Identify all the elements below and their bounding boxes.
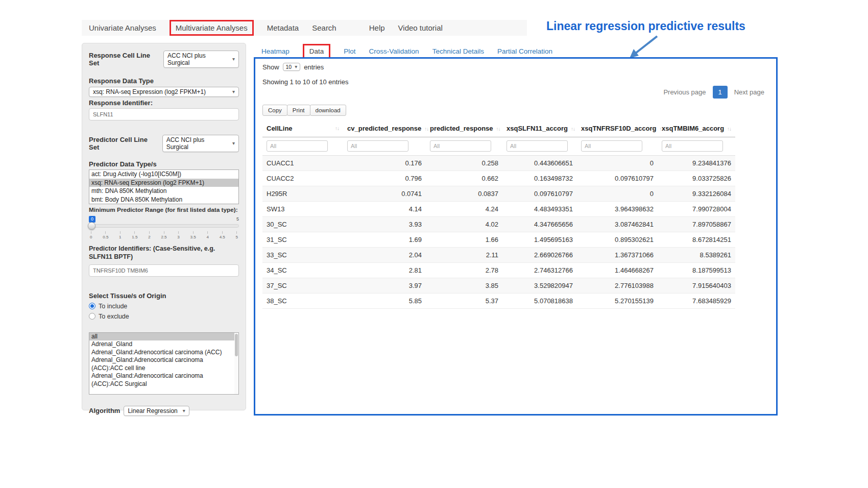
table-filter-row bbox=[262, 137, 735, 156]
column-header-label: predicted_response bbox=[430, 125, 493, 132]
algorithm-select[interactable]: Linear Regression ▾ bbox=[124, 406, 189, 416]
cell-line-value: 37_SC bbox=[262, 278, 343, 294]
column-header-label: cv_predicted_response bbox=[347, 125, 421, 132]
nav-item-univariate-analyses[interactable]: Univariate Analyses bbox=[89, 23, 156, 32]
tissue-list[interactable]: allAdrenal_GlandAdrenal_Gland:Adrenocort… bbox=[89, 332, 239, 395]
tissue-options: allAdrenal_GlandAdrenal_Gland:Adrenocort… bbox=[89, 333, 238, 388]
cell-value: 9.234841376 bbox=[658, 156, 735, 171]
sort-icon[interactable]: ↑↓ bbox=[335, 126, 339, 131]
min-range-slider[interactable]: 0 5 00.511.522.533.544.55 bbox=[89, 216, 239, 241]
select-value: xsq: RNA-seq Expression (log2 FPKM+1) bbox=[93, 88, 206, 95]
tab-data[interactable]: Data bbox=[303, 44, 331, 59]
select-value: ACC NCI plus Surgical bbox=[166, 136, 227, 151]
tab-technical-details[interactable]: Technical Details bbox=[432, 47, 484, 55]
predictor-data-type-list[interactable]: act: Drug Activity (-log10[IC50M])xsq: R… bbox=[89, 169, 239, 204]
show-entries-row: Show 10 ▾ entries bbox=[262, 63, 324, 71]
column-header-xsqtnfrsf10d-accorg[interactable]: xsqTNFRSF10D_accorg↑↓ bbox=[577, 120, 658, 137]
cell-value: 9.033725826 bbox=[658, 171, 735, 186]
predictor-data-type-option[interactable]: mth: DNA 850K Methylation bbox=[89, 187, 238, 196]
tissue-origin-label: Select Tissue/s of Origin bbox=[89, 292, 239, 300]
column-header-predicted-response[interactable]: predicted_response↑↓ bbox=[426, 120, 502, 137]
tick-label: 0.5 bbox=[103, 235, 108, 239]
export-button-download[interactable]: download bbox=[310, 105, 346, 116]
entries-label: entries bbox=[304, 63, 324, 71]
cell-value: 4.483493351 bbox=[502, 202, 577, 217]
slider-handle[interactable] bbox=[88, 222, 95, 230]
to-exclude-radio[interactable] bbox=[89, 313, 95, 320]
predictor-identifiers-label: Predictor Identifiers: (Case-Sensitive, … bbox=[89, 245, 239, 261]
cell-line-value: SW13 bbox=[262, 202, 343, 217]
column-header-label: xsqTMBIM6_accorg bbox=[662, 125, 724, 132]
next-page-button[interactable]: Next page bbox=[730, 85, 769, 99]
filter-input-xsqslfn11-accorg[interactable] bbox=[507, 140, 568, 152]
tissue-option[interactable]: Adrenal_Gland:Adrenocortical carcinoma (… bbox=[89, 372, 238, 388]
response-cell-line-set-select[interactable]: ACC NCI plus Surgical ▾ bbox=[163, 51, 239, 68]
tissue-option[interactable]: Adrenal_Gland:Adrenocortical carcinoma (… bbox=[89, 349, 238, 357]
nav-item-search[interactable]: Search bbox=[312, 23, 336, 32]
response-identifier-input[interactable] bbox=[89, 108, 239, 120]
nav-item-metadata[interactable]: Metadata bbox=[267, 23, 299, 32]
predictor-data-type-option[interactable]: xsq: RNA-seq Expression (log2 FPKM+1) bbox=[89, 179, 238, 187]
page-number-button[interactable]: 1 bbox=[713, 86, 728, 99]
filter-input-xsqtnfrsf10d-accorg[interactable] bbox=[581, 140, 642, 152]
to-exclude-label: To exclude bbox=[99, 313, 129, 320]
response-data-type-select[interactable]: xsq: RNA-seq Expression (log2 FPKM+1) ▾ bbox=[89, 87, 239, 97]
column-header-xsqtmbim6-accorg[interactable]: xsqTMBIM6_accorg↑↓ bbox=[658, 120, 735, 137]
select-value: ACC NCI plus Surgical bbox=[167, 52, 227, 66]
sort-icon[interactable]: ↑↓ bbox=[571, 126, 575, 132]
column-header-xsqslfn11-accorg[interactable]: xsqSLFN11_accorg↑↓ bbox=[502, 120, 577, 137]
cell-value: 8.5389261 bbox=[658, 248, 735, 263]
table-row: 30_SC3.934.024.3476656563.0874628417.897… bbox=[262, 217, 735, 232]
tissue-option[interactable]: Adrenal_Gland bbox=[89, 340, 238, 349]
predictor-data-type-option[interactable]: act: Drug Activity (-log10[IC50M]) bbox=[89, 170, 238, 179]
filter-cell bbox=[426, 137, 502, 156]
tick-mark bbox=[120, 231, 120, 234]
table-row: 33_SC2.042.112.6690267661.3673710668.538… bbox=[262, 248, 735, 263]
cell-line-value: 31_SC bbox=[262, 232, 343, 248]
chevron-down-icon: ▾ bbox=[295, 64, 297, 69]
sort-icon[interactable]: ↑↓ bbox=[496, 126, 500, 132]
sort-icon[interactable]: ↑↓ bbox=[727, 126, 731, 132]
filter-input-cellline[interactable] bbox=[267, 140, 328, 152]
select-value: Linear Regression bbox=[128, 407, 177, 414]
scrollbar-thumb[interactable] bbox=[235, 334, 238, 356]
slider-tick: 2 bbox=[148, 231, 150, 239]
cell-value: 0.0741 bbox=[343, 186, 426, 202]
cell-value: 5.270155139 bbox=[577, 294, 658, 309]
filter-input-cv-predicted-response[interactable] bbox=[347, 140, 408, 152]
entries-select[interactable]: 10 ▾ bbox=[283, 63, 301, 71]
predictor-cell-line-set-select[interactable]: ACC NCI plus Surgical ▾ bbox=[162, 135, 239, 152]
previous-page-button[interactable]: Previous page bbox=[659, 85, 710, 99]
predictor-identifiers-input[interactable] bbox=[89, 264, 239, 277]
nav-item-help[interactable]: Help bbox=[369, 23, 385, 32]
tab-heatmap[interactable]: Heatmap bbox=[261, 47, 290, 55]
tab-cross-validation[interactable]: Cross-Validation bbox=[369, 47, 419, 55]
cell-value: 7.990728004 bbox=[658, 202, 735, 217]
tissue-option[interactable]: all bbox=[89, 333, 238, 341]
filter-input-predicted-response[interactable] bbox=[430, 140, 491, 152]
predictor-data-type-option[interactable]: bmt: Body DNA 850K Methylation bbox=[89, 196, 238, 204]
column-header-cellline[interactable]: ↑↓CellLine bbox=[262, 120, 343, 137]
tissue-option[interactable]: Adrenal_Gland:Adrenocortical carcinoma (… bbox=[89, 356, 238, 372]
page: Univariate AnalysesMultivariate Analyses… bbox=[0, 0, 868, 488]
table-row: 37_SC3.973.853.5298209472.7761039887.915… bbox=[262, 278, 735, 294]
to-include-radio[interactable] bbox=[89, 303, 95, 309]
filter-input-xsqtmbim6-accorg[interactable] bbox=[662, 140, 723, 152]
slider-track[interactable] bbox=[89, 224, 239, 228]
slider-tick: 4 bbox=[206, 231, 208, 239]
algorithm-label: Algorithm bbox=[89, 407, 120, 414]
export-button-copy[interactable]: Copy bbox=[262, 105, 287, 116]
tick-mark bbox=[91, 231, 91, 234]
cell-value: 2.81 bbox=[343, 263, 426, 278]
nav-item-video-tutorial[interactable]: Video tutorial bbox=[398, 23, 443, 32]
column-header-cv-predicted-response[interactable]: cv_predicted_response↑↓ bbox=[343, 120, 426, 137]
nav-item-multivariate-analyses[interactable]: Multivariate Analyses bbox=[170, 20, 254, 36]
export-button-print[interactable]: Print bbox=[287, 105, 310, 116]
tab-plot[interactable]: Plot bbox=[344, 47, 355, 55]
column-header-label: CellLine bbox=[267, 125, 293, 132]
tick-label: 3.5 bbox=[190, 235, 196, 239]
sort-icon[interactable]: ↑↓ bbox=[424, 126, 428, 132]
results-panel: Show 10 ▾ entries Showing 1 to 10 of 10 … bbox=[254, 57, 778, 416]
scrollbar[interactable] bbox=[234, 333, 238, 394]
tab-partial-correlation[interactable]: Partial Correlation bbox=[497, 47, 552, 55]
